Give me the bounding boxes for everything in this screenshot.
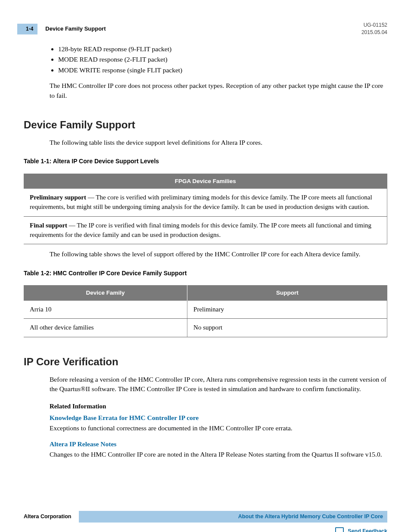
body-paragraph: The following table lists the device sup… [50, 138, 387, 147]
list-item: 128-byte READ response (9-FLIT packet) [58, 44, 387, 54]
intro-block: 128-byte READ response (9-FLIT packet) M… [50, 44, 387, 100]
body-paragraph: The following table shows the level of s… [50, 249, 387, 259]
related-info-heading: Related Information [50, 402, 387, 411]
cell-text: — The IP core is verified with final tim… [30, 222, 371, 238]
speech-bubble-icon [335, 527, 344, 532]
body-paragraph: Before releasing a version of the HMC Co… [50, 375, 387, 394]
header-section-title: Device Family Support [45, 25, 106, 33]
header-right: UG-01152 2015.05.04 [361, 22, 387, 37]
list-item: MODE WRITE response (single FLIT packet) [58, 65, 387, 75]
section-heading: Device Family Support [24, 118, 387, 133]
header-left: 1-4 Device Family Support [24, 24, 106, 34]
send-feedback-link[interactable]: Send Feedback [24, 527, 387, 532]
doc-id: UG-01152 [361, 22, 387, 29]
table-header: Support [187, 285, 387, 301]
table-caption: Table 1-1: Altera IP Core Device Support… [24, 157, 387, 165]
table-cell: No support [187, 319, 387, 337]
footer-row: Altera Corporation About the Altera Hybr… [24, 511, 387, 522]
feedback-label: Send Feedback [348, 527, 387, 532]
table-caption: Table 1-2: HMC Controller IP Core Device… [24, 269, 387, 277]
table-cell: All other device families [24, 319, 187, 337]
bullet-list: 128-byte READ response (9-FLIT packet) M… [50, 44, 387, 75]
link-description: Exceptions to functional correctness are… [50, 423, 387, 433]
page-footer: Altera Corporation About the Altera Hybr… [24, 511, 387, 532]
section-heading: IP Core Verification [24, 355, 387, 370]
doc-date: 2015.05.04 [361, 29, 387, 36]
table-cell: Preliminary support — The core is verifi… [24, 189, 387, 216]
table-support-levels: FPGA Device Families Preliminary support… [24, 174, 387, 245]
link-errata[interactable]: Knowledge Base Errata for HMC Controller… [50, 413, 387, 423]
footer-corporation: Altera Corporation [24, 513, 71, 520]
table-cell: Arria 10 [24, 301, 187, 319]
footer-chapter-link[interactable]: About the Altera Hybrid Memory Cube Cont… [79, 511, 387, 522]
table-cell: Preliminary [187, 301, 387, 319]
table-cell: Final support — The IP core is verified … [24, 216, 387, 244]
document-page: 1-4 Device Family Support UG-01152 2015.… [0, 0, 411, 532]
table-header: FPGA Device Families [24, 174, 387, 189]
body-paragraph: The HMC Controller IP core does not proc… [50, 81, 387, 100]
list-item: MODE READ response (2-FLIT packet) [58, 55, 387, 64]
page-header: 1-4 Device Family Support UG-01152 2015.… [24, 22, 387, 37]
bold-term: Preliminary support [30, 194, 86, 201]
link-release-notes[interactable]: Altera IP Release Notes [50, 439, 387, 449]
page-number: 1-4 [17, 24, 37, 34]
bold-term: Final support [30, 222, 67, 229]
table-device-family-support: Device Family Support Arria 10 Prelimina… [24, 285, 387, 337]
table-header: Device Family [24, 285, 187, 301]
link-description: Changes to the HMC Controller IP core ar… [50, 450, 387, 459]
